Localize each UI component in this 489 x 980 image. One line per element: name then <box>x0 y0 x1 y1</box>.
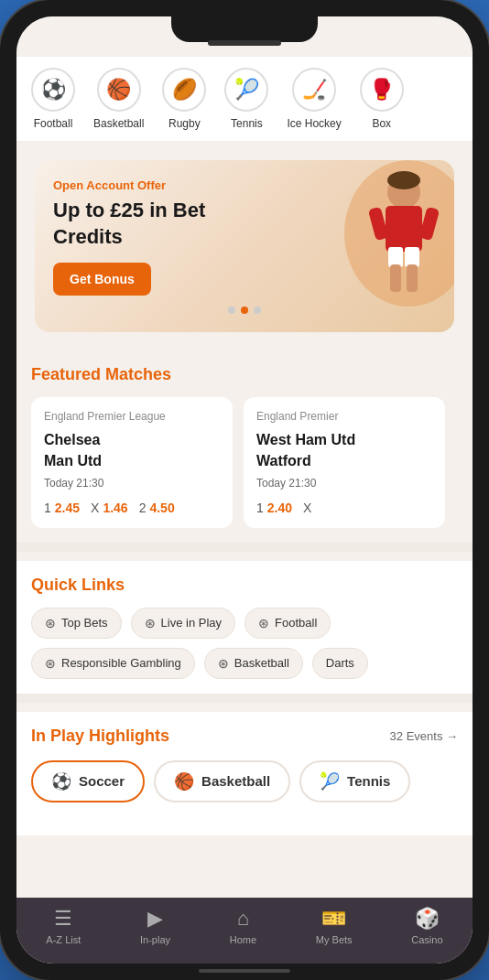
match-card-1[interactable]: England Premier League Chelsea Man Utd T… <box>31 397 233 528</box>
svg-rect-4 <box>405 247 419 267</box>
responsible-icon: ⊛ <box>45 656 56 671</box>
bottom-navigation: ☰ A-Z List ▶ In-play ⌂ Home 🎫 My Bets 🎲 … <box>16 898 473 964</box>
team2-name-2: Watford <box>256 451 432 471</box>
tab-tennis[interactable]: 🎾 Tennis <box>299 760 410 802</box>
match-teams-2: West Ham Utd Watford <box>256 430 432 471</box>
sport-item-football[interactable]: ⚽ Football <box>31 68 75 130</box>
tab-label-soccer: Soccer <box>79 773 125 789</box>
sport-label-football: Football <box>34 117 73 130</box>
sport-item-icehockey[interactable]: 🏒 Ice Hockey <box>287 68 341 130</box>
top-bets-icon: ⊛ <box>45 616 56 630</box>
divider-1 <box>16 543 473 552</box>
odd-value-1-1: 2.45 <box>55 501 80 515</box>
nav-az-list[interactable]: ☰ A-Z List <box>46 907 81 945</box>
player-illustration <box>317 160 454 316</box>
sport-item-basketball[interactable]: 🏀 Basketball <box>93 68 144 130</box>
tennis-tab-icon: 🎾 <box>320 771 340 792</box>
highlights-header: In Play Highlights 32 Events → <box>31 727 458 746</box>
nav-casino[interactable]: 🎲 Casino <box>411 907 442 945</box>
sports-navigation: ⚽ Football 🏀 Basketball 🏉 Rugby 🎾 Tennis… <box>16 57 473 142</box>
match-time-1: Today 21:30 <box>44 477 220 490</box>
sport-item-tennis[interactable]: 🎾 Tennis <box>224 68 268 130</box>
nav-home[interactable]: ⌂ Home <box>230 907 256 945</box>
odd-value-2-1: 2.40 <box>267 501 292 515</box>
quick-link-darts[interactable]: Darts <box>312 648 368 679</box>
svg-point-9 <box>387 171 420 189</box>
sport-label-tennis: Tennis <box>231 117 263 130</box>
icehockey-icon: 🏒 <box>292 68 336 112</box>
sport-item-boxing[interactable]: 🥊 Box <box>360 68 404 130</box>
svg-rect-3 <box>388 247 403 267</box>
quick-link-label-football: Football <box>275 616 317 630</box>
nav-my-bets[interactable]: 🎫 My Bets <box>316 907 353 945</box>
highlights-title: In Play Highlights <box>31 727 169 746</box>
boxing-icon: 🥊 <box>360 68 404 112</box>
nav-label-az: A-Z List <box>46 934 81 945</box>
dot-3 <box>254 307 261 314</box>
quick-link-label-basketball: Basketball <box>234 656 289 670</box>
sport-tabs: ⚽ Soccer 🏀 Basketball 🎾 Tennis <box>31 760 458 802</box>
quick-link-basketball[interactable]: ⊛ Basketball <box>204 648 303 679</box>
odd-label-1-1: 1 <box>44 501 51 515</box>
match-card-2[interactable]: England Premier West Ham Utd Watford Tod… <box>244 397 445 528</box>
hero-banner: Open Account Offer Up to £25 in Bet Cred… <box>35 160 454 332</box>
sport-label-basketball: Basketball <box>93 117 144 130</box>
screen-content: ⚽ Football 🏀 Basketball 🏉 Rugby 🎾 Tennis… <box>16 57 473 898</box>
quick-link-top-bets[interactable]: ⊛ Top Bets <box>31 608 122 639</box>
basketball-icon: 🏀 <box>97 68 141 112</box>
team1-name-2: West Ham Utd <box>256 430 432 450</box>
hero-title: Up to £25 in Bet Credits <box>53 198 264 250</box>
my-bets-icon: 🎫 <box>321 907 346 931</box>
football-chip-icon: ⊛ <box>258 616 269 630</box>
odd-1-3[interactable]: 2 4.50 <box>139 501 175 515</box>
nav-label-mybets: My Bets <box>316 934 353 945</box>
inplay-icon: ▶ <box>147 907 163 931</box>
sport-item-rugby[interactable]: 🏉 Rugby <box>162 68 206 130</box>
odd-1-2[interactable]: X 1.46 <box>91 501 128 515</box>
dot-2 <box>241 307 248 314</box>
highlights-count[interactable]: 32 Events → <box>390 729 458 743</box>
quick-link-responsible[interactable]: ⊛ Responsible Gambling <box>31 648 195 679</box>
svg-rect-6 <box>407 264 418 292</box>
nav-inplay[interactable]: ▶ In-play <box>140 907 170 945</box>
phone-screen: ⚽ Football 🏀 Basketball 🏉 Rugby 🎾 Tennis… <box>16 16 473 964</box>
quick-links-grid: ⊛ Top Bets ⊛ Live in Play ⊛ Football ⊛ R… <box>31 608 458 679</box>
sport-label-boxing: Box <box>372 117 391 130</box>
tennis-icon: 🎾 <box>224 68 268 112</box>
home-icon: ⌂ <box>237 907 249 931</box>
nav-label-casino: Casino <box>411 934 442 945</box>
odd-2-1[interactable]: 1 2.40 <box>256 501 292 515</box>
quick-link-label-top-bets: Top Bets <box>61 616 108 630</box>
divider-2 <box>16 694 473 703</box>
quick-link-label-darts: Darts <box>326 656 354 670</box>
basketball-tab-icon: 🏀 <box>174 771 194 792</box>
rugby-icon: 🏉 <box>162 68 206 112</box>
quick-links-title: Quick Links <box>31 576 458 595</box>
match-odds-1: 1 2.45 X 1.46 2 4.50 <box>44 501 220 515</box>
odd-2-2[interactable]: X <box>303 501 311 515</box>
quick-link-football[interactable]: ⊛ Football <box>244 608 331 639</box>
match-league-2: England Premier <box>256 410 432 423</box>
quick-link-label-live-play: Live in Play <box>161 616 222 630</box>
tab-basketball[interactable]: 🏀 Basketball <box>154 760 290 802</box>
quick-link-label-responsible: Responsible Gambling <box>61 656 181 670</box>
svg-rect-5 <box>390 264 401 292</box>
quick-links-section: Quick Links ⊛ Top Bets ⊛ Live in Play ⊛ … <box>16 561 473 694</box>
casino-icon: 🎲 <box>415 907 440 931</box>
highlights-section: In Play Highlights 32 Events → ⚽ Soccer … <box>16 712 473 835</box>
football-icon: ⚽ <box>31 68 75 112</box>
odd-1-1[interactable]: 1 2.45 <box>44 501 80 515</box>
get-bonus-button[interactable]: Get Bonus <box>53 263 151 296</box>
team1-name-1: Chelsea <box>44 430 220 450</box>
soccer-tab-icon: ⚽ <box>51 771 71 792</box>
nav-label-inplay: In-play <box>140 934 170 945</box>
odd-value-1-3: 4.50 <box>149 501 174 515</box>
tab-label-basketball: Basketball <box>201 773 270 789</box>
quick-link-live-play[interactable]: ⊛ Live in Play <box>131 608 235 639</box>
team2-name-1: Man Utd <box>44 451 220 471</box>
featured-matches-section: Featured Matches England Premier League … <box>16 350 473 543</box>
odd-label-1-3: 2 <box>139 501 147 515</box>
nav-label-home: Home <box>230 934 256 945</box>
tab-label-tennis: Tennis <box>347 773 390 789</box>
tab-soccer[interactable]: ⚽ Soccer <box>31 760 145 802</box>
